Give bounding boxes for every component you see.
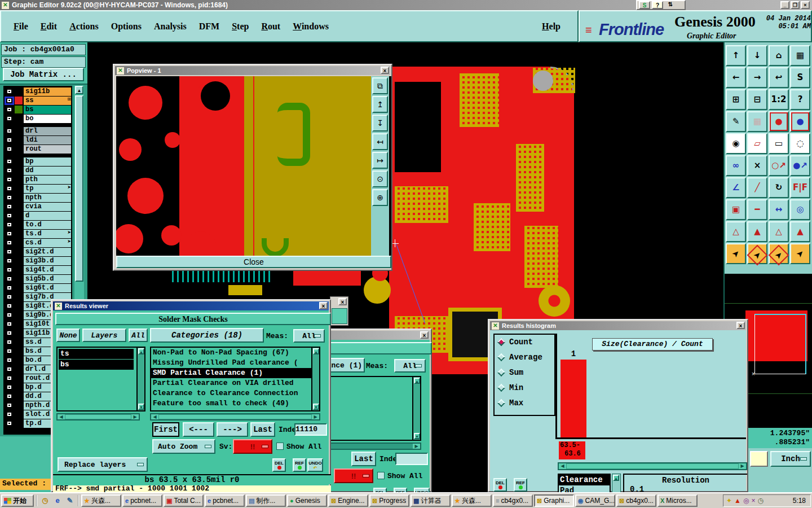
viewer-replace-layers-dropdown[interactable]: Replace layers [58, 457, 148, 472]
taskbar-task[interactable]: ★ 兴森... [81, 494, 121, 507]
pad-swap-button[interactable]: ▣ [726, 199, 746, 220]
viewer-index-field[interactable]: 11110 [294, 423, 327, 436]
menu-help[interactable]: Help [542, 21, 561, 32]
restore-button[interactable]: ❐ [791, 1, 800, 9]
layer-checkbox[interactable] [5, 375, 14, 382]
taskbar-task[interactable]: ▦ 计算器 [411, 494, 451, 507]
edit-shape-button[interactable]: ▱ [747, 133, 767, 154]
layer-row[interactable]: sig4t.d [3, 265, 72, 274]
menu-item[interactable]: File [14, 21, 28, 32]
taskbar-task[interactable]: e pcbnet... [205, 494, 245, 507]
menu-item[interactable]: Windows [293, 21, 329, 32]
taskbar-task[interactable]: ◉ CAM_G... [575, 494, 615, 507]
taskbar-task[interactable]: ⊠ Progress [369, 494, 409, 507]
viewer2-index-field[interactable] [395, 453, 428, 465]
popview-pan-right-icon[interactable]: ↦ [372, 152, 388, 169]
layer-row[interactable]: sig11b [3, 87, 72, 96]
viewer-prev-button[interactable]: <--- [183, 422, 214, 437]
viewer-last-button[interactable]: Last [250, 422, 275, 437]
popview-pan-left-icon[interactable]: ↤ [372, 133, 388, 150]
chain-select-button[interactable]: ∞ [726, 155, 746, 176]
layer-checkbox[interactable] [5, 185, 14, 192]
category-item[interactable]: Clearance to Clearance Connection [151, 388, 319, 398]
taskbar-task[interactable]: ▤ 制作... [246, 494, 286, 507]
layer-checkbox[interactable] [5, 106, 14, 113]
pen-tray-icon[interactable]: ✦ [726, 497, 732, 505]
grid-button[interactable]: ▦ [747, 111, 767, 132]
s-tool-icon[interactable]: S [639, 1, 650, 9]
viewer2-show-all-checkbox[interactable] [377, 472, 385, 479]
viewer-layers-vscroll[interactable]: ▲▼ [136, 348, 144, 410]
edit-tools-button[interactable]: ✎ [726, 111, 746, 132]
viewer-categories-hscroll[interactable]: ◀▶ [150, 413, 320, 421]
mirror-button[interactable]: F|F [790, 177, 810, 198]
layer-checkbox[interactable] [5, 221, 14, 229]
viewer-titlebar[interactable]: ✕ Results viewer × [53, 301, 329, 310]
triangle-button-4[interactable]: ▲ [790, 221, 810, 242]
taskbar-task[interactable]: ⊠ Engine... [328, 494, 368, 507]
layer-checkbox[interactable] [5, 137, 14, 144]
redraw-button[interactable]: S [790, 67, 810, 88]
popview-titlebar[interactable]: ✕ Popview - 1 × [115, 66, 390, 75]
close-button[interactable]: × [801, 1, 810, 9]
menu-item[interactable]: Rout [261, 21, 280, 32]
layer-row[interactable]: drl [3, 126, 72, 135]
radio-diamond-icon[interactable] [497, 369, 505, 376]
measure-button[interactable]: ◉ [726, 133, 746, 154]
radio-diamond-icon[interactable] [497, 399, 505, 407]
layer-checkbox[interactable] [5, 420, 14, 427]
select-arrow-button-4[interactable]: ➤ [790, 243, 810, 264]
taskbar-task[interactable]: ⊠ cb4gx0... [616, 494, 656, 507]
radio-diamond-icon[interactable] [497, 353, 505, 361]
popview-pan-up-icon[interactable]: ↥ [372, 96, 388, 113]
arc-button[interactable]: ↻ [769, 177, 789, 198]
trace-button[interactable]: ━ [747, 199, 767, 220]
layer-checkbox[interactable] [5, 239, 14, 247]
histogram-ref-button[interactable]: REF [514, 478, 527, 492]
layer-checkbox[interactable] [5, 230, 14, 238]
shape-copy-button[interactable]: ◎ [790, 199, 810, 220]
menu-item[interactable]: Edit [41, 21, 57, 32]
popview-clone-icon[interactable]: ⧉ [372, 77, 388, 94]
histogram-mode-radio[interactable]: Min [495, 380, 554, 396]
viewer-severity-button[interactable]: !! [233, 439, 272, 454]
layer-row[interactable]: ss ⊞ [3, 96, 72, 105]
layer-checkbox[interactable] [5, 176, 14, 183]
layer-checkbox[interactable] [5, 303, 14, 310]
scroll-up-icon[interactable]: ▲ [75, 86, 83, 94]
layer-row[interactable]: bp [3, 157, 72, 166]
layer-checkbox[interactable] [5, 194, 14, 202]
menu-item[interactable]: Actions [69, 21, 99, 32]
ruler-button[interactable]: ▭ [769, 133, 789, 154]
viewer-auto-zoom-dropdown[interactable]: Auto Zoom [152, 439, 215, 454]
category-item[interactable]: SMD Partial Clearance (1) [151, 368, 319, 378]
layer-row[interactable]: sig2t.d [3, 247, 72, 256]
layer-checkbox[interactable] [5, 146, 14, 153]
minimap-viewport[interactable] [754, 314, 806, 374]
layer-row[interactable]: npth [3, 193, 72, 202]
layer-checkbox[interactable] [5, 294, 14, 301]
layer-checkbox[interactable] [5, 167, 14, 174]
layer-checkbox[interactable] [5, 411, 14, 418]
layer-checkbox[interactable] [5, 366, 14, 373]
radio-diamond-icon[interactable] [497, 384, 505, 392]
viewer-first-button[interactable]: First [152, 422, 179, 437]
layer-row[interactable]: d [3, 211, 72, 220]
layer-traffic-button-2[interactable]: ● [790, 111, 810, 132]
layer-checkbox[interactable] [5, 158, 14, 165]
layer-row[interactable]: tp ➤ [3, 184, 72, 193]
histogram-close-icon[interactable]: × [736, 322, 745, 329]
viewer-layer-item[interactable]: ts [59, 349, 134, 359]
category-item[interactable]: Partial Clearance on VIA drilled [151, 378, 319, 388]
popview-pan-down-icon[interactable]: ↧ [372, 115, 388, 132]
taskbar-task[interactable]: ● Genesis [287, 494, 327, 507]
job-matrix-button[interactable]: Job Matrix ... [3, 68, 84, 81]
popview-close-button[interactable]: Close [116, 256, 391, 268]
pan-left-button[interactable]: ← [726, 67, 746, 88]
layer-row[interactable]: sig5b.d [3, 274, 72, 283]
layer-checkbox[interactable] [5, 393, 14, 400]
menu-item[interactable]: Analysis [154, 21, 187, 32]
layer-row[interactable]: rout [3, 144, 72, 154]
layer-row[interactable]: cs.d ➤ [3, 238, 72, 247]
start-button[interactable]: 开始 [1, 494, 34, 507]
